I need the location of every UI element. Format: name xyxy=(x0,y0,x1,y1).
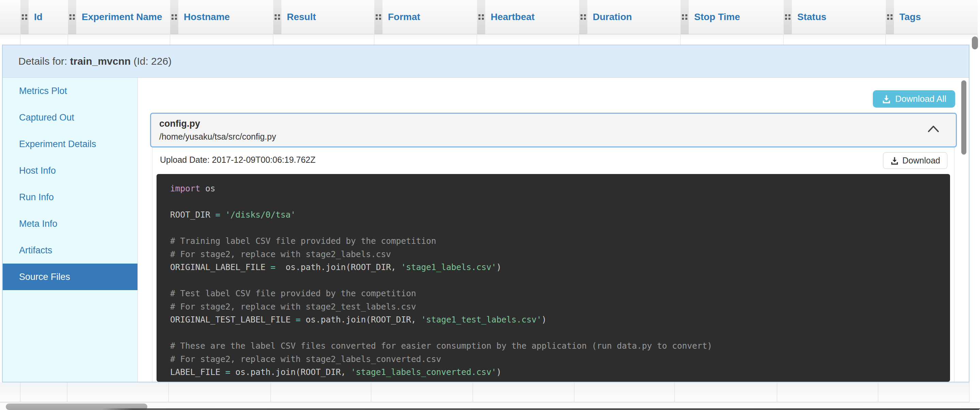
download-icon xyxy=(882,94,891,104)
table-row-top[interactable] xyxy=(0,35,978,45)
download-all-button[interactable]: Download All xyxy=(873,90,955,108)
table-cell xyxy=(68,35,170,45)
page-scrollbar-thumb[interactable] xyxy=(972,37,978,49)
sidebar-item-captured-out[interactable]: Captured Out xyxy=(3,104,137,131)
sidebar-item-host-info[interactable]: Host Info xyxy=(3,157,137,184)
code-line: # These are the label CSV files converte… xyxy=(170,340,943,353)
code-line xyxy=(170,274,943,287)
column-header-hostname[interactable]: Hostname xyxy=(170,0,273,34)
code-line: ORIGINAL_LABEL_FILE = os.path.join(ROOT_… xyxy=(170,261,943,274)
code-line: # For stage2, replace with stage2_labels… xyxy=(170,353,943,366)
table-cell xyxy=(574,383,675,402)
title-suffix: (Id: 226) xyxy=(130,56,172,67)
table-cell xyxy=(784,35,886,45)
table-header-row: IdExperiment NameHostnameResultFormatHea… xyxy=(0,0,978,34)
column-header-duration[interactable]: Duration xyxy=(579,0,681,34)
drag-handle-icon[interactable] xyxy=(68,0,76,34)
code-line: ORIGINAL_TEST_LABEL_FILE = os.path.join(… xyxy=(170,313,943,327)
column-header-label: Result xyxy=(282,0,374,34)
code-line: # For stage2, replace with stage2_test_l… xyxy=(170,300,943,314)
table-cell xyxy=(681,35,784,45)
column-header-label: Hostname xyxy=(178,0,273,34)
table-cell xyxy=(886,35,978,45)
title-prefix: Details for: xyxy=(18,56,70,67)
drag-handle-icon[interactable] xyxy=(273,0,282,34)
upload-date: Upload Date: 2017-12-09T00:06:19.762Z xyxy=(160,155,315,165)
select-column-header[interactable] xyxy=(0,0,21,34)
column-header-label: Format xyxy=(382,0,477,34)
column-header-label: Experiment Name xyxy=(76,0,170,34)
drag-handle-icon[interactable] xyxy=(784,0,792,34)
download-button[interactable]: Download xyxy=(883,152,947,169)
drag-handle-icon[interactable] xyxy=(681,0,689,34)
column-header-tags[interactable]: Tags xyxy=(886,0,978,34)
table-cell xyxy=(21,383,68,402)
app-window: IdExperiment NameHostnameResultFormatHea… xyxy=(0,0,980,410)
code-line: # Test label CSV file provided by the co… xyxy=(170,287,943,300)
code-line: import os xyxy=(170,182,943,195)
experiment-name: train_mvcnn xyxy=(70,56,130,67)
details-scrollbar-thumb[interactable] xyxy=(961,80,966,155)
table-cell xyxy=(0,383,21,402)
drag-handle-icon[interactable] xyxy=(477,0,485,34)
code-line: ROOT_DIR = '/disks/0/tsa' xyxy=(170,208,943,222)
code-block: import osROOT_DIR = '/disks/0/tsa'# Trai… xyxy=(156,174,950,382)
column-header-id[interactable]: Id xyxy=(21,0,68,34)
window-edge xyxy=(102,408,980,410)
code-line: # Test label CSV file converted for easi… xyxy=(170,379,943,382)
table-cell xyxy=(21,35,68,45)
drag-handle-icon[interactable] xyxy=(374,0,382,34)
chevron-up-icon xyxy=(927,124,940,133)
column-header-result[interactable]: Result xyxy=(273,0,374,34)
sidebar-item-run-info[interactable]: Run Info xyxy=(3,184,137,211)
sidebar-item-experiment-details[interactable]: Experiment Details xyxy=(3,131,137,157)
sidebar: Metrics PlotCaptured OutExperiment Detai… xyxy=(3,78,138,382)
drag-handle-icon[interactable] xyxy=(170,0,178,34)
table-cell xyxy=(67,383,169,402)
column-header-format[interactable]: Format xyxy=(374,0,477,34)
code-line: LABEL_FILE = os.path.join(ROOT_DIR, 'sta… xyxy=(170,366,943,379)
code-line xyxy=(170,222,943,235)
code-line: # Training label CSV file provided by th… xyxy=(170,235,943,248)
column-header-experiment-name[interactable]: Experiment Name xyxy=(68,0,170,34)
drag-handle-icon[interactable] xyxy=(579,0,587,34)
table-cell xyxy=(271,383,371,402)
column-header-heartbeat[interactable]: Heartbeat xyxy=(477,0,579,34)
download-label: Download xyxy=(902,156,940,166)
table-cell xyxy=(371,383,473,402)
source-file-accordion-header[interactable]: config.py /home/yusaku/tsa/src/config.py xyxy=(150,113,957,147)
column-header-status[interactable]: Status xyxy=(784,0,886,34)
column-header-label: Heartbeat xyxy=(485,0,579,34)
drag-handle-icon[interactable] xyxy=(21,0,29,34)
table-cell xyxy=(579,35,681,45)
column-header-label: Tags xyxy=(894,0,978,34)
code-line xyxy=(170,327,943,340)
table-cell xyxy=(0,35,21,45)
details-content: Download All config.py /home/yusaku/tsa/… xyxy=(138,78,969,382)
file-name: config.py xyxy=(159,118,956,129)
table-row[interactable] xyxy=(0,383,969,402)
column-header-label: Duration xyxy=(587,0,681,34)
table-cell xyxy=(374,35,477,45)
column-header-stop-time[interactable]: Stop Time xyxy=(681,0,784,34)
page-title: Details for: train_mvcnn (Id: 226) xyxy=(3,45,969,78)
code-line xyxy=(170,195,943,209)
details-panel: Details for: train_mvcnn (Id: 226) Metri… xyxy=(2,45,969,383)
download-all-label: Download All xyxy=(895,94,946,104)
table-cell xyxy=(169,383,271,402)
sidebar-item-meta-info[interactable]: Meta Info xyxy=(3,211,137,237)
table-cell xyxy=(777,383,878,402)
table-cell xyxy=(273,35,374,45)
source-file-body: Upload Date: 2017-12-09T00:06:19.762Z Do… xyxy=(152,147,955,382)
column-header-label: Id xyxy=(29,0,68,34)
sidebar-item-artifacts[interactable]: Artifacts xyxy=(3,237,137,263)
table-cell xyxy=(477,35,579,45)
drag-handle-icon[interactable] xyxy=(886,0,894,34)
details-body: Metrics PlotCaptured OutExperiment Detai… xyxy=(3,78,969,382)
upload-row: Upload Date: 2017-12-09T00:06:19.762Z Do… xyxy=(156,147,950,172)
code-line: # For stage2, replace with stage2_labels… xyxy=(170,248,943,261)
download-icon xyxy=(890,156,899,165)
sidebar-item-metrics-plot[interactable]: Metrics Plot xyxy=(3,78,137,104)
table-cell xyxy=(170,35,273,45)
sidebar-item-source-files[interactable]: Source Files xyxy=(3,263,137,290)
